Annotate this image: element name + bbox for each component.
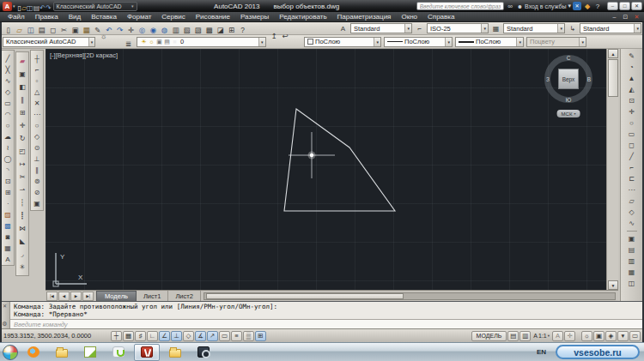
multiline-text-icon[interactable]: A <box>2 254 14 265</box>
taskbar-app-folder[interactable] <box>162 344 188 361</box>
scroll-down-arrow[interactable]: ▼ <box>608 280 618 290</box>
break-at-point-icon[interactable]: ┆ <box>16 196 28 209</box>
menu-item[interactable]: Формат <box>122 13 156 21</box>
right-toolbar-icon[interactable]: ⋯ <box>626 184 638 196</box>
layer-plot-icon[interactable]: ▤ <box>163 39 171 45</box>
hardware-accel-icon[interactable]: ◈ <box>605 331 617 341</box>
menu-item[interactable]: Правка <box>30 13 64 21</box>
right-toolbar-icon[interactable]: ⌐ <box>626 162 638 173</box>
right-toolbar-icon[interactable]: ▥ <box>626 256 638 267</box>
menu-item[interactable]: Файл <box>3 13 30 21</box>
grid-display-toggle[interactable]: ♯ <box>135 331 146 341</box>
right-toolbar-icon[interactable]: ◭ <box>626 84 638 95</box>
menu-item[interactable]: Рисование <box>191 13 235 21</box>
right-toolbar-icon[interactable]: ◫ <box>626 278 638 289</box>
layer-color-swatch[interactable]: ■ <box>171 39 179 45</box>
dynamic-input-toggle[interactable]: ▭ <box>219 331 230 341</box>
snap-midpoint-icon[interactable]: △ <box>31 87 43 98</box>
layer-on-icon[interactable]: ☀ <box>140 39 148 45</box>
undo-icon[interactable]: ↶ <box>39 4 46 12</box>
language-indicator[interactable]: EN <box>530 348 553 356</box>
snap-extension-icon[interactable]: ⋯ <box>31 109 43 120</box>
stretch-icon[interactable]: ↦ <box>16 158 28 171</box>
table-style-icon[interactable]: ▦ <box>490 25 501 33</box>
layer-freeze-icon[interactable]: ☼ <box>148 39 155 45</box>
color-dropdown[interactable]: ПоСлою ▾ <box>304 37 381 47</box>
right-toolbar-icon[interactable]: ◔ <box>626 62 638 73</box>
polygon-icon[interactable]: ◇ <box>2 87 14 98</box>
explode-icon[interactable]: ✳ <box>16 261 28 274</box>
linetype-dropdown[interactable]: ПоСлою ▾ <box>384 37 453 47</box>
menu-item[interactable]: Параметризация <box>332 13 397 21</box>
make-object-layer-current-icon[interactable]: ↥ <box>269 31 280 42</box>
prev-tab-button[interactable]: ◀ <box>58 292 70 301</box>
right-toolbar-icon[interactable]: ⊏ <box>626 173 638 184</box>
text-style-icon[interactable]: A <box>337 25 349 33</box>
create-block-icon[interactable]: ⊞ <box>2 187 14 198</box>
watermark-link[interactable]: vsesobe.ru <box>556 345 640 359</box>
right-toolbar-icon[interactable]: ✎ <box>626 51 638 62</box>
right-toolbar-icon[interactable]: ∿ <box>626 218 638 229</box>
gradient-icon[interactable]: ▩ <box>2 220 14 232</box>
quick-properties-toggle[interactable]: ⊞ <box>255 331 266 341</box>
rectangle-icon[interactable]: ▭ <box>2 98 14 109</box>
first-tab-button[interactable]: |◀ <box>46 292 58 301</box>
toolbar-lock-icon[interactable]: ▣ <box>593 331 605 341</box>
communication-center-icon[interactable]: ◆ <box>583 3 592 10</box>
osnap-settings-icon[interactable]: ▣ <box>31 198 43 209</box>
model-space-button[interactable]: МОДЕЛЬ <box>471 331 507 341</box>
line-icon[interactable]: ╱ <box>2 53 14 64</box>
lineweight-display-toggle[interactable]: ≡ <box>231 331 242 341</box>
right-toolbar-icon[interactable]: ▤ <box>626 244 638 256</box>
polyline-icon[interactable]: ∿ <box>2 75 14 87</box>
taskbar-app-utorrent[interactable] <box>106 344 131 361</box>
move-icon[interactable]: ✛ <box>16 119 28 132</box>
right-toolbar-icon[interactable]: ▦ <box>626 267 638 278</box>
compass-east-label[interactable]: В <box>587 76 591 82</box>
model-space-icon[interactable]: ▤ <box>507 331 519 341</box>
erase-icon[interactable]: ▰ <box>16 55 28 68</box>
right-toolbar-icon[interactable]: ◻ <box>626 140 638 151</box>
dynamic-ucs-toggle[interactable]: ↗ <box>207 331 218 341</box>
horizontal-scroll-thumb[interactable] <box>206 293 404 299</box>
temp-track-point-icon[interactable]: ┼ <box>31 53 43 64</box>
menu-item[interactable]: Вид <box>64 13 86 21</box>
snap-node-icon[interactable]: ⊚ <box>31 176 43 187</box>
taskbar-app-media-app[interactable] <box>191 344 216 361</box>
multileader-style-combo[interactable]: Standard ▾ <box>580 23 641 33</box>
vertical-scrollbar[interactable]: ▲ ▼ <box>606 49 618 290</box>
snap-quadrant-icon[interactable]: ◇ <box>31 131 43 142</box>
menu-item[interactable]: Сервис <box>156 13 190 21</box>
right-toolbar-icon[interactable]: ◇ <box>626 207 638 218</box>
snap-nearest-icon[interactable]: ⊘ <box>31 187 43 198</box>
viewcube-top-face[interactable]: Верх <box>558 69 579 89</box>
snap-tangent-icon[interactable]: ⊙ <box>31 142 43 153</box>
status-menu-caret-icon[interactable]: ▾ <box>617 331 629 341</box>
layer-dropdown[interactable]: ☀☼▣▤■ 0 ▾ <box>137 37 266 47</box>
help-search-input[interactable] <box>416 2 504 10</box>
transparency-toggle[interactable]: ▒ <box>243 331 254 341</box>
lineweight-dropdown[interactable]: ПоСлою ▾ <box>455 37 524 47</box>
circle-icon[interactable]: ○ <box>2 120 14 131</box>
snap-from-icon[interactable]: ⌐ <box>31 64 43 75</box>
tab-layout[interactable]: Лист2 <box>168 291 200 301</box>
menu-item[interactable]: Редактировать <box>274 13 331 21</box>
text-style-combo[interactable]: Standard ▾ <box>350 23 412 33</box>
ellipse-arc-icon[interactable]: ◝ <box>2 165 14 176</box>
sign-in-button[interactable]: ☻ Вход в службы ▾ <box>517 3 571 9</box>
ortho-mode-toggle[interactable]: ∟ <box>147 331 158 341</box>
snap-parallel-icon[interactable]: ∥ <box>31 165 43 176</box>
taskbar-app-autocad[interactable] <box>134 344 160 361</box>
drawing-canvas[interactable]: Y X [-][Верхняя][2D каркас] С Ю З В Верх… <box>46 49 606 290</box>
construction-line-icon[interactable]: ╳ <box>2 64 14 75</box>
search-binoculars-icon[interactable]: ∞ <box>506 2 515 11</box>
dimension-style-icon[interactable]: ⌐ <box>414 25 425 33</box>
right-toolbar-icon[interactable]: ⊡ <box>626 95 638 106</box>
right-toolbar-icon[interactable]: ▣ <box>626 233 638 244</box>
rotate-icon[interactable]: ↻ <box>16 132 28 145</box>
spline-icon[interactable]: ≀ <box>2 142 14 153</box>
break-icon[interactable]: ┋ <box>16 209 28 222</box>
taskbar-app-firefox[interactable] <box>21 344 46 361</box>
insert-block-icon[interactable]: ⊡ <box>2 176 14 187</box>
compass-west-label[interactable]: З <box>546 76 550 82</box>
